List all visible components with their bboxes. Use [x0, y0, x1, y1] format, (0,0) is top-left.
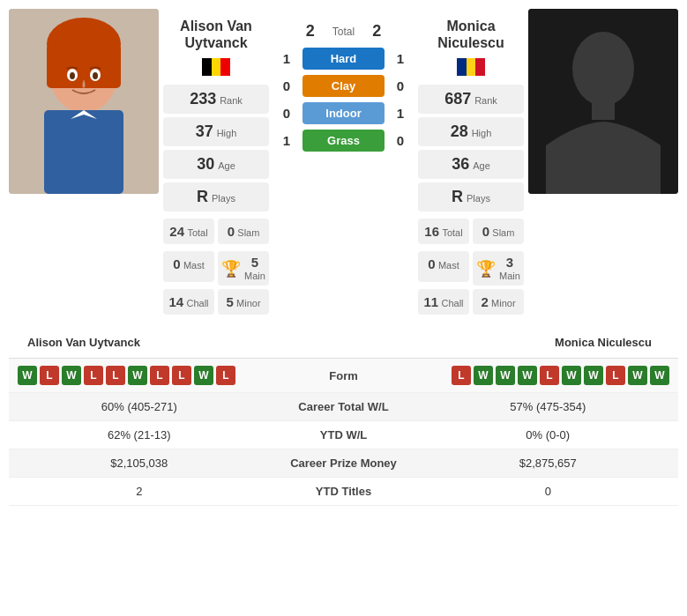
left-ytd-titles: 2 — [23, 485, 256, 498]
left-chall-value: 14 — [168, 294, 183, 309]
left-player-photo — [9, 9, 159, 194]
left-age-box: 30 Age — [163, 150, 269, 179]
ytd-titles-row: 2 YTD Titles 0 — [9, 478, 678, 506]
left-player-name-below: Alison Van Uytvanck — [9, 336, 159, 349]
left-age-value: 30 — [197, 155, 214, 173]
left-slam-box: 0 Slam — [218, 219, 269, 244]
surface-rows: 1 Hard 1 0 Clay 0 0 Indoor 1 — [278, 48, 409, 157]
right-slam-value: 0 — [482, 224, 489, 239]
left-player-card: Alison Van Uytvanck 233 Rank 37 High 30 — [159, 9, 273, 327]
left-player-name: Alison Van Uytvanck — [163, 18, 269, 51]
svg-point-8 — [70, 72, 75, 79]
right-player-name-below: Monica Niculescu — [528, 336, 678, 349]
left-mast-box: 0 Mast — [163, 251, 214, 282]
form-row: WLWLLWLLWL Form LWWWLWWLWW — [9, 359, 678, 393]
surface-row-hard: 1 Hard 1 — [278, 48, 409, 70]
left-total-label: Total — [187, 227, 207, 238]
svg-rect-12 — [220, 58, 230, 76]
career-wl-row: 60% (405-271) Career Total W/L 57% (475-… — [9, 393, 678, 421]
right-main-value: 3 — [506, 255, 513, 270]
right-total-count: 2 — [372, 22, 381, 41]
top-section: Alison Van Uytvanck 233 Rank 37 High 30 — [9, 9, 678, 327]
left-main-label: Main — [244, 271, 265, 281]
grass-right-count: 0 — [392, 133, 409, 148]
right-minor-box: 2 Minor — [473, 289, 524, 315]
left-mast-label: Mast — [183, 260, 205, 271]
form-badge-l: L — [150, 366, 169, 385]
grass-left-count: 1 — [278, 133, 295, 148]
left-total-count: 2 — [306, 22, 315, 41]
grass-button: Grass — [302, 130, 385, 152]
left-minor-value: 5 — [226, 294, 233, 309]
prize-label: Career Prize Money — [256, 456, 432, 470]
right-chall-label: Chall — [441, 298, 463, 308]
left-mast-value: 0 — [173, 256, 180, 271]
left-plays-label: Plays — [212, 193, 235, 204]
right-main-label: Main — [499, 271, 520, 281]
right-rank-value: 687 — [444, 90, 471, 108]
right-flag — [457, 58, 485, 76]
ytd-wl-row: 62% (21-13) YTD W/L 0% (0-0) — [9, 421, 678, 449]
right-bottom-stats: 16 Total 0 Slam 0 Mast 🏆 3 — [418, 219, 524, 318]
prize-row: $2,105,038 Career Prize Money $2,875,657 — [9, 449, 678, 478]
hard-right-count: 1 — [392, 51, 409, 66]
svg-rect-14 — [467, 58, 475, 76]
left-total-box: 24 Total — [163, 219, 214, 244]
form-badge-l: L — [216, 366, 235, 385]
left-main-value: 5 — [251, 255, 258, 270]
clay-left-count: 0 — [278, 78, 295, 93]
left-slam-value: 0 — [228, 224, 235, 239]
left-rank-value: 233 — [190, 90, 216, 108]
right-mast-label: Mast — [438, 260, 459, 271]
clay-right-count: 0 — [392, 78, 409, 93]
form-badge-w: W — [128, 366, 147, 385]
left-bottom-stats: 24 Total 0 Slam 0 Mast 🏆 5 — [163, 219, 269, 318]
player-names-row: Alison Van Uytvanck Monica Niculescu — [9, 336, 678, 349]
right-minor-label: Minor — [491, 298, 516, 308]
right-player-photo — [528, 9, 678, 194]
right-form-badges: LWWWLWWLWW — [452, 366, 669, 385]
form-badge-l: L — [84, 366, 103, 385]
left-high-value: 37 — [196, 122, 213, 140]
right-plays-label: Plays — [467, 193, 490, 204]
form-badge-l: L — [452, 366, 471, 385]
left-high-label: High — [217, 128, 237, 138]
left-form-badges: WLWLLWLLWL — [18, 366, 235, 385]
right-trophy-icon: 🏆 — [476, 259, 496, 278]
svg-rect-4 — [44, 110, 123, 194]
svg-rect-13 — [457, 58, 467, 76]
surface-row-indoor: 0 Indoor 1 — [278, 102, 409, 124]
right-chall-box: 11 Chall — [418, 289, 469, 315]
left-minor-box: 5 Minor — [218, 289, 269, 315]
indoor-button: Indoor — [302, 102, 385, 124]
form-badge-l: L — [40, 366, 59, 385]
clay-button: Clay — [302, 75, 385, 97]
form-badge-w: W — [496, 366, 515, 385]
right-high-value: 28 — [451, 122, 468, 140]
total-label: Total — [332, 26, 355, 38]
indoor-right-count: 1 — [392, 106, 409, 121]
right-mast-trophy: 🏆 3 Main — [473, 251, 524, 286]
total-row: 2 Total 2 — [306, 9, 381, 41]
hard-button: Hard — [302, 48, 385, 70]
left-prize: $2,105,038 — [23, 456, 256, 470]
left-trophy-icon: 🏆 — [221, 259, 241, 278]
form-badge-l: L — [540, 366, 559, 385]
right-high-box: 28 High — [418, 117, 524, 146]
right-slam-label: Slam — [492, 227, 514, 238]
right-total-value: 16 — [424, 224, 439, 239]
left-chall-box: 14 Chall — [163, 289, 214, 315]
left-extra-stats: 233 Rank 37 High 30 Age R Plays — [163, 85, 269, 215]
svg-rect-15 — [475, 58, 485, 76]
form-badge-w: W — [18, 366, 37, 385]
form-badge-w: W — [628, 366, 647, 385]
left-career-wl: 60% (405-271) — [23, 400, 256, 413]
right-ytd-titles: 0 — [432, 485, 665, 498]
left-flag — [202, 58, 230, 76]
left-player-silhouette — [9, 9, 159, 194]
hard-left-count: 1 — [278, 51, 295, 66]
form-badge-w: W — [584, 366, 603, 385]
right-mast-value: 0 — [428, 256, 435, 271]
right-plays-value: R — [452, 188, 463, 205]
left-rank-box: 233 Rank — [163, 85, 269, 114]
